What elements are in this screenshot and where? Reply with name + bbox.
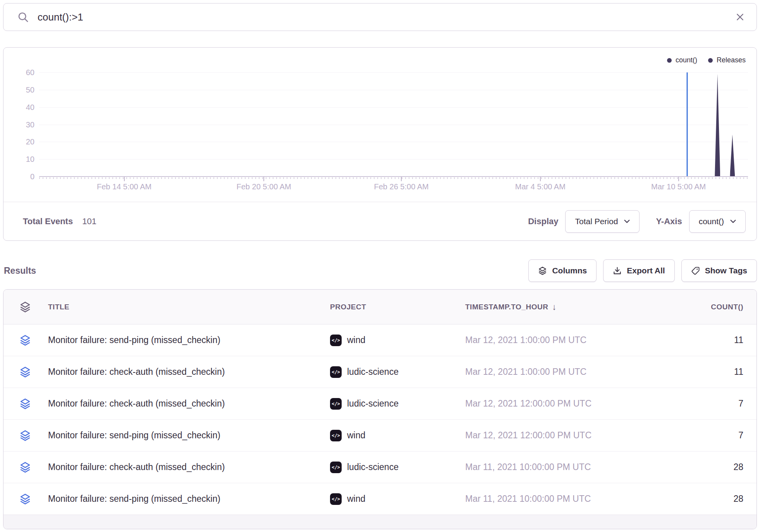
row-title-link[interactable]: Monitor failure: check-auth (missed_chec… [48,367,330,377]
x-axis-tick [124,177,125,181]
stack-icon[interactable] [20,398,31,410]
export-all-button[interactable]: Export All [603,259,674,282]
y-axis-tick-label: 50 [8,86,34,94]
results-actions: Columns Export All Show Tags [528,259,757,282]
x-axis-tick [540,177,541,181]
gridline [39,159,748,160]
display-label: Display [528,216,558,227]
chevron-down-icon [624,220,630,223]
columns-button[interactable]: Columns [528,259,597,282]
x-axis-tick [401,177,402,181]
sort-desc-icon: ↓ [552,302,557,312]
display-dropdown-value: Total Period [575,217,618,226]
project-name: ludic-science [347,367,399,377]
y-axis-tick-label: 0 [8,172,34,181]
row-project: </> wind [330,335,465,346]
row-project: </> wind [330,430,465,441]
legend-dot-icon [667,58,672,63]
release-marker-line[interactable] [686,72,688,176]
tag-icon [691,266,700,275]
y-axis-tick-label: 40 [8,103,34,112]
row-title-link[interactable]: Monitor failure: send-ping (missed_check… [48,335,330,345]
code-platform-icon: </> [330,335,342,346]
table-row: Monitor failure: check-auth (missed_chec… [3,388,757,420]
chart-footer: Total Events 101 Display Total Period Y-… [3,203,757,240]
y-axis-tick-label: 20 [8,137,34,146]
results-heading: Results [4,266,36,276]
show-tags-button[interactable]: Show Tags [681,259,757,282]
legend-dot-icon [708,58,713,63]
y-axis-tick-label: 60 [8,68,34,77]
column-header-timestamp[interactable]: TIMESTAMP.TO_HOUR ↓ [465,302,639,312]
x-axis-line [39,176,748,177]
code-platform-icon: </> [330,493,342,505]
row-timestamp: Mar 12, 2021 12:00:00 PM UTC [465,430,639,441]
legend-label: Releases [717,56,746,64]
row-project: </> ludic-science [330,462,465,473]
chevron-down-icon [730,220,736,223]
x-axis-tick-label: Feb 14 5:00 AM [97,182,151,191]
x-axis-tick [678,177,679,181]
y-axis-tick-label: 30 [8,120,34,129]
y-axis-dropdown-value: count() [699,217,724,226]
legend-item[interactable]: Releases [708,56,746,64]
x-axis-tick [263,177,264,181]
table-row: Monitor failure: send-ping (missed_check… [3,324,757,356]
chart-footer-divider [3,202,757,202]
clear-search-icon[interactable] [735,12,745,22]
code-platform-icon: </> [330,398,342,410]
gridline [39,125,748,125]
stack-icon[interactable] [20,430,31,441]
stack-icon[interactable] [20,462,31,473]
stack-icon[interactable] [20,493,31,505]
gridline [39,107,748,108]
search-bar [3,3,757,31]
events-chart-panel: count()Releases Feb 14 5:00 AMFeb 20 5:0… [3,47,757,241]
x-axis-tick-label: Feb 26 5:00 AM [374,182,429,191]
row-count: 11 [639,335,757,345]
stack-icon[interactable] [20,366,31,378]
stack-header-icon[interactable] [20,301,31,313]
x-axis-tick-label: Feb 20 5:00 AM [237,182,291,191]
column-header-count[interactable]: COUNT() [639,303,757,311]
gridline [39,72,748,73]
y-axis-label: Y-Axis [656,216,682,227]
search-input[interactable] [37,3,711,31]
row-title-link[interactable]: Monitor failure: send-ping (missed_check… [48,494,330,504]
row-count: 7 [639,398,757,409]
row-count: 11 [639,367,757,377]
display-dropdown[interactable]: Total Period [565,210,640,233]
y-axis-tick-label: 10 [8,155,34,164]
x-axis-tick-label: Mar 4 5:00 AM [515,182,566,191]
project-name: wind [347,430,365,441]
row-title-link[interactable]: Monitor failure: send-ping (missed_check… [48,430,330,441]
total-events-value: 101 [82,216,96,227]
row-title-link[interactable]: Monitor failure: check-auth (missed_chec… [48,398,330,409]
row-timestamp: Mar 11, 2021 10:00:00 PM UTC [465,462,639,472]
row-count: 28 [639,462,757,472]
row-count: 7 [639,430,757,441]
total-events-label: Total Events [23,216,73,227]
table-row: Monitor failure: send-ping (missed_check… [3,483,757,515]
row-timestamp: Mar 11, 2021 10:00:00 PM UTC [465,494,639,504]
table-header-row: TITLE PROJECT TIMESTAMP.TO_HOUR ↓ COUNT(… [3,290,757,324]
columns-button-label: Columns [552,266,587,275]
project-name: ludic-science [347,462,399,472]
row-project: </> ludic-science [330,398,465,410]
column-header-title[interactable]: TITLE [48,303,330,311]
stack-icon[interactable] [20,335,31,346]
row-project: </> wind [330,493,465,505]
count-series-spike [730,134,735,176]
row-timestamp: Mar 12, 2021 1:00:00 PM UTC [465,367,639,377]
y-axis-dropdown[interactable]: count() [689,210,746,233]
gridline [39,142,748,142]
row-title-link[interactable]: Monitor failure: check-auth (missed_chec… [48,462,330,472]
legend-item[interactable]: count() [667,56,697,64]
results-bar: Results Columns Export All Show Tags [3,256,757,285]
row-timestamp: Mar 12, 2021 12:00:00 PM UTC [465,398,639,409]
show-tags-button-label: Show Tags [705,266,747,275]
table-row: Monitor failure: check-auth (missed_chec… [3,356,757,388]
chart-legend: count()Releases [667,56,746,64]
download-icon [613,266,622,275]
column-header-project[interactable]: PROJECT [330,303,465,311]
